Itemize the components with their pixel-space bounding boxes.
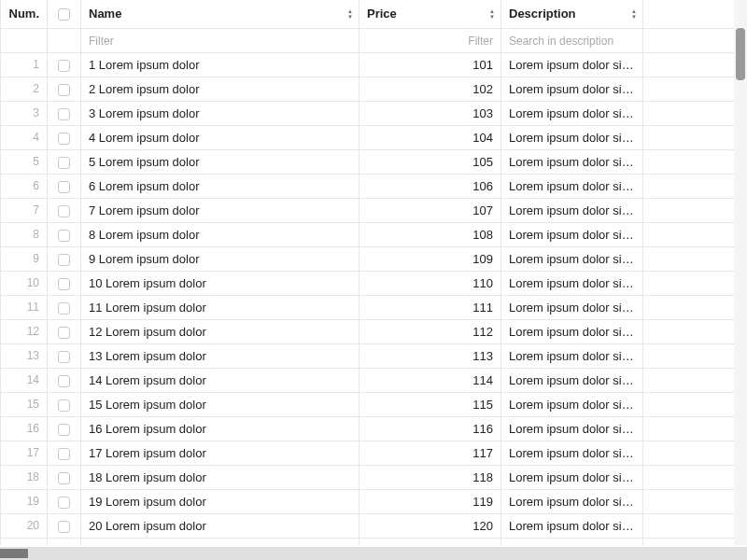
row-checkbox[interactable] (58, 521, 70, 533)
row-checkbox[interactable] (58, 278, 70, 290)
table-row[interactable]: 11 Lorem ipsum dolor101Lorem ipsum dolor… (1, 52, 740, 77)
cell-checkbox[interactable] (48, 465, 81, 489)
table-row[interactable]: 88 Lorem ipsum dolor108Lorem ipsum dolor… (1, 222, 740, 246)
filter-description-input[interactable] (509, 35, 635, 48)
table-row[interactable]: 22 Lorem ipsum dolor102Lorem ipsum dolor… (1, 77, 740, 101)
row-checkbox[interactable] (58, 108, 70, 120)
cell-price: 115 (359, 392, 501, 416)
table-row[interactable]: 1717 Lorem ipsum dolor117Lorem ipsum dol… (1, 441, 740, 465)
row-checkbox[interactable] (58, 181, 70, 193)
cell-name: 4 Lorem ipsum dolor (81, 125, 359, 149)
table-row[interactable]: 2121 Lorem ipsum dolor121Lorem ipsum dol… (1, 538, 740, 545)
cell-checkbox[interactable] (48, 125, 81, 149)
table-row[interactable]: 1818 Lorem ipsum dolor118Lorem ipsum dol… (1, 465, 740, 489)
table-row[interactable]: 77 Lorem ipsum dolor107Lorem ipsum dolor… (1, 198, 740, 222)
row-checkbox[interactable] (58, 424, 70, 436)
table-row[interactable]: 1313 Lorem ipsum dolor113Lorem ipsum dol… (1, 343, 740, 368)
table-row[interactable]: 1111 Lorem ipsum dolor111Lorem ipsum dol… (1, 295, 740, 319)
cell-checkbox[interactable] (48, 319, 81, 343)
cell-checkbox[interactable] (48, 538, 81, 545)
row-checkbox[interactable] (58, 84, 70, 96)
table-row[interactable]: 44 Lorem ipsum dolor104Lorem ipsum dolor… (1, 125, 740, 149)
sort-icon[interactable]: ▲▼ (631, 8, 637, 19)
cell-checkbox[interactable] (48, 368, 81, 392)
row-checkbox[interactable] (58, 157, 70, 169)
table-row[interactable]: 99 Lorem ipsum dolor109Lorem ipsum dolor… (1, 246, 740, 271)
row-checkbox[interactable] (58, 351, 70, 363)
vertical-scrollbar-thumb[interactable] (736, 28, 745, 80)
table-row[interactable]: 1515 Lorem ipsum dolor115Lorem ipsum dol… (1, 392, 740, 416)
cell-checkbox[interactable] (48, 416, 81, 441)
cell-checkbox[interactable] (48, 198, 81, 222)
horizontal-scrollbar-thumb[interactable] (0, 549, 28, 558)
cell-checkbox[interactable] (48, 101, 81, 125)
filter-price-input[interactable] (367, 35, 493, 48)
cell-checkbox[interactable] (48, 246, 81, 271)
row-checkbox[interactable] (58, 375, 70, 387)
select-all-checkbox[interactable] (58, 8, 70, 21)
sort-icon[interactable]: ▲▼ (489, 8, 495, 19)
row-checkbox[interactable] (58, 448, 70, 460)
cell-price: 105 (359, 149, 501, 174)
cell-checkbox[interactable] (48, 271, 81, 295)
row-checkbox[interactable] (58, 472, 70, 484)
row-checkbox[interactable] (58, 497, 70, 509)
cell-description: Lorem ipsum dolor sit a… (501, 77, 643, 101)
cell-checkbox[interactable] (48, 222, 81, 246)
cell-description: Lorem ipsum dolor sit a… (501, 149, 643, 174)
row-checkbox[interactable] (58, 399, 70, 412)
cell-price: 112 (359, 319, 501, 343)
table-row[interactable]: 66 Lorem ipsum dolor106Lorem ipsum dolor… (1, 174, 740, 198)
header-created[interactable]: Cre (643, 0, 740, 28)
cell-name: 1 Lorem ipsum dolor (81, 52, 359, 77)
cell-description: Lorem ipsum dolor sit a… (501, 222, 643, 246)
header-num[interactable]: Num. (1, 0, 48, 28)
cell-checkbox[interactable] (48, 392, 81, 416)
row-checkbox[interactable] (58, 302, 70, 315)
cell-price: 109 (359, 246, 501, 271)
horizontal-scrollbar[interactable] (0, 547, 734, 560)
cell-checkbox[interactable] (48, 295, 81, 319)
header-description[interactable]: Description ▲▼ (501, 0, 643, 28)
table-row[interactable]: 55 Lorem ipsum dolor105Lorem ipsum dolor… (1, 149, 740, 174)
header-select-all[interactable] (48, 0, 81, 28)
cell-num: 16 (1, 416, 48, 441)
cell-created (643, 416, 740, 441)
cell-checkbox[interactable] (48, 52, 81, 77)
row-checkbox[interactable] (58, 254, 70, 266)
table-row[interactable]: 33 Lorem ipsum dolor103Lorem ipsum dolor… (1, 101, 740, 125)
header-row: Num. Name ▲▼ Price ▲▼ Description (1, 0, 740, 28)
cell-created (643, 271, 740, 295)
cell-checkbox[interactable] (48, 513, 81, 538)
row-checkbox[interactable] (58, 60, 70, 72)
cell-created (643, 295, 740, 319)
cell-created (643, 392, 740, 416)
table-row[interactable]: 1616 Lorem ipsum dolor116Lorem ipsum dol… (1, 416, 740, 441)
cell-name: 12 Lorem ipsum dolor (81, 319, 359, 343)
cell-description: Lorem ipsum dolor sit a… (501, 343, 643, 368)
cell-checkbox[interactable] (48, 77, 81, 101)
cell-description: Lorem ipsum dolor sit a… (501, 246, 643, 271)
row-checkbox[interactable] (58, 205, 70, 217)
table-row[interactable]: 1919 Lorem ipsum dolor119Lorem ipsum dol… (1, 489, 740, 513)
cell-name: 5 Lorem ipsum dolor (81, 149, 359, 174)
cell-checkbox[interactable] (48, 174, 81, 198)
header-name[interactable]: Name ▲▼ (81, 0, 359, 28)
table-row[interactable]: 1414 Lorem ipsum dolor114Lorem ipsum dol… (1, 368, 740, 392)
cell-checkbox[interactable] (48, 149, 81, 174)
row-checkbox[interactable] (58, 327, 70, 339)
table-row[interactable]: 1212 Lorem ipsum dolor112Lorem ipsum dol… (1, 319, 740, 343)
cell-checkbox[interactable] (48, 343, 81, 368)
vertical-scrollbar[interactable] (734, 0, 747, 545)
table-row[interactable]: 2020 Lorem ipsum dolor120Lorem ipsum dol… (1, 513, 740, 538)
table-row[interactable]: 1010 Lorem ipsum dolor110Lorem ipsum dol… (1, 271, 740, 295)
row-checkbox[interactable] (58, 133, 70, 145)
cell-description: Lorem ipsum dolor sit a… (501, 538, 643, 545)
sort-icon[interactable]: ▲▼ (347, 8, 353, 19)
cell-checkbox[interactable] (48, 441, 81, 465)
cell-price: 121 (359, 538, 501, 545)
cell-checkbox[interactable] (48, 489, 81, 513)
row-checkbox[interactable] (58, 230, 70, 242)
header-price[interactable]: Price ▲▼ (359, 0, 501, 28)
filter-name-input[interactable] (89, 35, 351, 48)
